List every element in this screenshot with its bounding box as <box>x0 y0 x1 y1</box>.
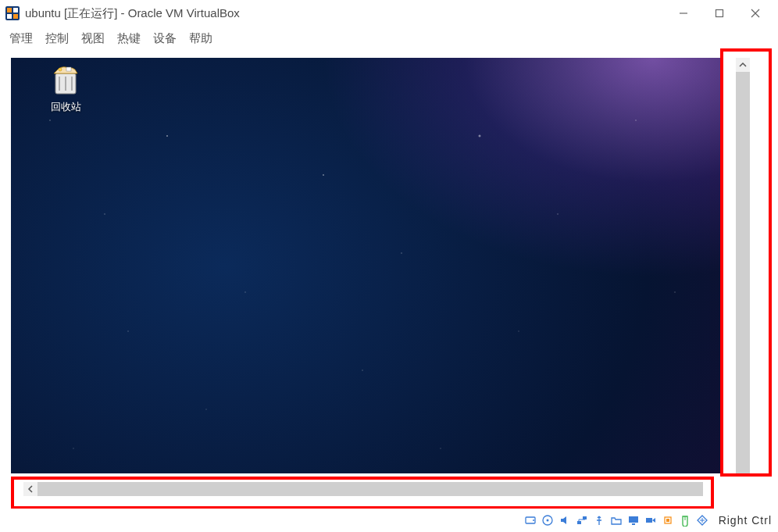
network-icon[interactable] <box>575 513 589 527</box>
svg-rect-19 <box>577 521 581 524</box>
trash-icon <box>49 64 82 97</box>
menu-help[interactable]: 帮助 <box>186 30 216 48</box>
svg-rect-21 <box>629 516 638 523</box>
scroll-left-arrow-icon[interactable] <box>23 482 37 496</box>
guest-screen[interactable]: 回收站 <box>11 58 723 473</box>
svg-rect-25 <box>666 519 669 522</box>
statusbar: Right Ctrl <box>0 509 778 532</box>
svg-rect-2 <box>13 8 18 12</box>
shared-folders-icon[interactable] <box>609 513 623 527</box>
status-indicators <box>523 513 709 527</box>
svg-rect-6 <box>716 10 723 17</box>
menu-control[interactable]: 控制 <box>42 30 72 48</box>
vm-display-area: 回收站 <box>0 50 778 509</box>
svg-rect-4 <box>13 14 18 19</box>
hard-disk-icon[interactable] <box>523 513 537 527</box>
menu-manage[interactable]: 管理 <box>6 30 36 48</box>
window-title: ubuntu [正在运行] - Oracle VM VirtualBox <box>25 6 666 21</box>
desktop-icon-recycle-bin[interactable]: 回收站 <box>41 64 91 114</box>
usb-icon[interactable] <box>592 513 606 527</box>
window-controls <box>666 2 773 25</box>
svg-point-18 <box>546 520 548 522</box>
menubar: 管理 控制 视图 热键 设备 帮助 <box>0 27 778 50</box>
optical-disk-icon[interactable] <box>541 513 555 527</box>
maximize-button[interactable] <box>701 2 737 25</box>
display-icon[interactable] <box>626 513 641 527</box>
vertical-scrollbar[interactable] <box>736 58 750 473</box>
vertical-scroll-track[interactable] <box>736 72 750 473</box>
svg-point-13 <box>59 68 62 71</box>
menu-hotkeys[interactable]: 热键 <box>114 30 144 48</box>
minimize-button[interactable] <box>666 2 701 25</box>
desktop-icon-label: 回收站 <box>41 100 91 114</box>
audio-icon[interactable] <box>558 513 572 527</box>
horizontal-scrollbar[interactable] <box>23 482 703 496</box>
mouse-integration-icon[interactable] <box>678 513 692 527</box>
recording-icon[interactable] <box>644 513 658 527</box>
svg-rect-3 <box>7 14 12 19</box>
menu-view[interactable]: 视图 <box>78 30 108 48</box>
scroll-up-arrow-icon[interactable] <box>736 58 750 72</box>
menu-devices[interactable]: 设备 <box>150 30 180 48</box>
svg-point-16 <box>533 520 534 521</box>
host-key-label: Right Ctrl <box>719 514 772 527</box>
svg-rect-1 <box>7 8 12 12</box>
close-button[interactable] <box>737 2 773 25</box>
wallpaper-stars <box>11 58 723 473</box>
horizontal-scroll-track[interactable] <box>37 482 703 496</box>
window-titlebar: ubuntu [正在运行] - Oracle VM VirtualBox <box>0 0 778 27</box>
svg-rect-22 <box>632 523 635 525</box>
svg-rect-23 <box>646 518 652 523</box>
keyboard-capture-icon[interactable] <box>695 513 709 527</box>
virtualbox-icon <box>5 5 20 21</box>
svg-rect-14 <box>66 67 71 71</box>
svg-rect-20 <box>583 516 587 520</box>
cpu-icon[interactable] <box>661 513 675 527</box>
